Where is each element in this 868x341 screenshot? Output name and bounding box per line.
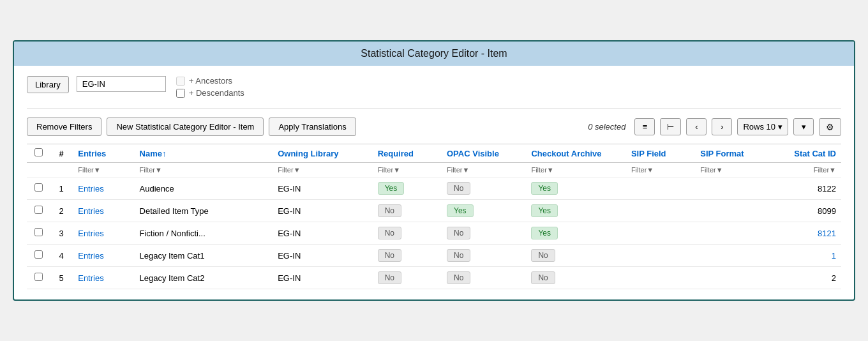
row-name: Legacy Item Cat2: [135, 267, 273, 289]
row-checkbox-cell: [27, 267, 50, 289]
row-num: 3: [50, 222, 73, 245]
row-checkbox-5[interactable]: [34, 273, 43, 281]
page-title: Statistical Category Editor - Item: [361, 48, 507, 59]
filter-checkout-icon: ▼: [547, 166, 554, 174]
opac-visible-header[interactable]: OPAC Visible: [442, 144, 526, 163]
owning-library-header[interactable]: Owning Library: [273, 144, 372, 163]
filter-statcat-icon: ▼: [829, 166, 836, 174]
row-owning-library: EG-IN: [273, 245, 372, 267]
stat-cat-id-link[interactable]: 8121: [818, 229, 836, 238]
library-button[interactable]: Library: [27, 76, 69, 93]
row-required: No: [373, 245, 442, 267]
entries-link[interactable]: Entries: [78, 229, 103, 238]
checkout-archive-sort-link[interactable]: Checkout Archive: [531, 149, 601, 158]
row-checkbox-2[interactable]: [34, 206, 43, 214]
entries-link[interactable]: Entries: [78, 184, 103, 193]
filter-checkout-label[interactable]: Filter▼: [531, 166, 553, 174]
row-checkbox-4[interactable]: [34, 250, 43, 259]
entries-link[interactable]: Entries: [78, 251, 103, 261]
select-all-header: [27, 144, 50, 163]
filter-statcat-cell: Filter▼: [772, 163, 841, 178]
sip-field-header[interactable]: SIP Field: [626, 144, 695, 163]
row-entries: Entries: [73, 178, 134, 200]
sip-format-sort-link[interactable]: SIP Format: [700, 149, 744, 158]
stat-cat-id-sort-link[interactable]: Stat Cat ID: [794, 149, 836, 158]
filter-entries-cell: Filter▼: [73, 163, 134, 178]
filter-statcat-label[interactable]: Filter▼: [814, 166, 836, 174]
filter-required-label[interactable]: Filter▼: [378, 166, 400, 174]
filter-owning-cell: Filter▼: [273, 163, 372, 178]
row-checkbox-cell: [27, 222, 50, 245]
new-item-button[interactable]: New Statistical Category Editor - Item: [107, 117, 264, 136]
num-header-label: #: [59, 149, 64, 158]
filter-sip-format-label[interactable]: Filter▼: [700, 166, 722, 174]
row-sip-format: [695, 222, 772, 245]
row-name: Detailed Item Type: [135, 200, 273, 222]
row-opac-visible: No: [442, 267, 526, 289]
opac-visible-sort-link[interactable]: OPAC Visible: [447, 149, 499, 158]
row-sip-field: [626, 267, 695, 289]
apply-translations-button[interactable]: Apply Translations: [269, 117, 355, 136]
row-sip-field: [626, 178, 695, 200]
row-sip-field: [626, 222, 695, 245]
row-required: No: [373, 200, 442, 222]
filter-name-label[interactable]: Filter▼: [140, 166, 162, 174]
ancestors-label: + Ancestors: [189, 76, 232, 86]
select-all-checkbox[interactable]: [34, 148, 43, 156]
prev-page-button[interactable]: ‹: [686, 118, 707, 135]
row-required: No: [373, 222, 442, 245]
entries-link[interactable]: Entries: [78, 273, 103, 283]
filter-name-icon: ▼: [155, 166, 162, 174]
checkout-archive-header[interactable]: Checkout Archive: [526, 144, 625, 163]
row-required: No: [373, 267, 442, 289]
checkout-archive-badge: No: [531, 249, 555, 262]
gear-button[interactable]: ⚙: [819, 118, 841, 136]
first-page-button[interactable]: ⊢: [660, 118, 681, 135]
entries-link[interactable]: Entries: [78, 206, 103, 216]
descendants-checkbox[interactable]: [176, 89, 185, 98]
name-sort-link[interactable]: Name↑: [140, 149, 167, 158]
filter-entries-icon: ▼: [94, 166, 101, 174]
filter-sip-field-label[interactable]: Filter▼: [631, 166, 654, 174]
ancestors-checkbox-row: + Ancestors: [176, 76, 244, 86]
sip-format-header[interactable]: SIP Format: [695, 144, 772, 163]
rows-select[interactable]: Rows 10 ▾: [737, 118, 788, 135]
entries-header[interactable]: Entries: [73, 144, 134, 163]
entries-sort-link[interactable]: Entries: [78, 149, 106, 158]
row-opac-visible: No: [442, 222, 526, 245]
name-header[interactable]: Name↑: [135, 144, 273, 163]
row-entries: Entries: [73, 245, 134, 267]
checkout-archive-badge: No: [531, 271, 555, 284]
library-input[interactable]: [77, 76, 166, 92]
next-page-button[interactable]: ›: [712, 118, 732, 135]
data-table: # Entries Name↑ Owning Library Required: [27, 144, 841, 289]
row-num: 2: [50, 200, 73, 222]
row-checkbox-3[interactable]: [34, 228, 43, 236]
required-sort-link[interactable]: Required: [378, 149, 414, 158]
stat-cat-id-link[interactable]: 1: [832, 251, 836, 261]
remove-filters-button[interactable]: Remove Filters: [27, 117, 101, 136]
ancestors-checkbox[interactable]: [176, 77, 185, 86]
stat-cat-id-header[interactable]: Stat Cat ID: [772, 144, 841, 163]
filter-opac-label[interactable]: Filter▼: [447, 166, 469, 174]
row-checkout-archive: Yes: [526, 222, 625, 245]
filter-entries-label[interactable]: Filter▼: [78, 166, 100, 174]
required-header[interactable]: Required: [373, 144, 442, 163]
collapse-button[interactable]: ≡: [634, 118, 655, 135]
extra-chevron-button[interactable]: ▾: [793, 118, 814, 135]
checkout-archive-badge: Yes: [531, 204, 558, 217]
filter-checkout-cell: Filter▼: [526, 163, 625, 178]
content-area: Library + Ancestors + Descendants Remove…: [14, 66, 854, 299]
row-entries: Entries: [73, 222, 134, 245]
top-controls: Library + Ancestors + Descendants: [27, 76, 841, 98]
row-checkbox-1[interactable]: [34, 183, 43, 192]
row-name: Fiction / Nonficti...: [135, 222, 273, 245]
filter-owning-icon: ▼: [294, 166, 301, 174]
rows-label: Rows 10: [743, 122, 775, 132]
row-name: Audience: [135, 178, 273, 200]
sip-field-sort-link[interactable]: SIP Field: [631, 149, 666, 158]
row-num: 1: [50, 178, 73, 200]
filter-owning-label[interactable]: Filter▼: [278, 166, 300, 174]
row-owning-library: EG-IN: [273, 267, 372, 289]
owning-library-sort-link[interactable]: Owning Library: [278, 149, 338, 158]
